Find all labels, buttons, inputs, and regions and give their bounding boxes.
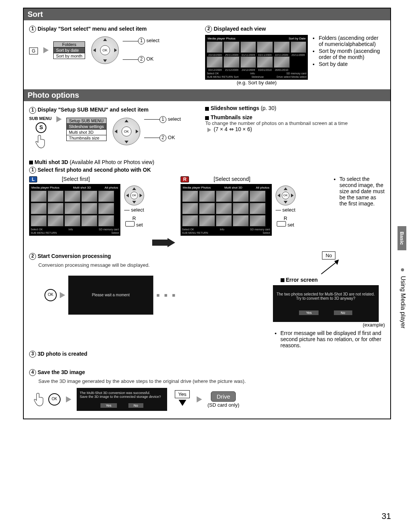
ok-button[interactable]: OK [48, 393, 61, 406]
multi-step2: 2Start Conversion processing [29, 253, 268, 260]
sub-menu-label: SUB MENU [29, 116, 52, 121]
sort-step2: 2Displayed each view [205, 26, 383, 33]
submenu-title: Setup SUB MENU [66, 118, 107, 124]
sort-example-label: (e.g. Sort by date) [205, 80, 308, 85]
slideshow-heading: Slideshow settings (p. 30) [205, 105, 383, 111]
thumb-spec: (7 × 4 ⇔ 10 × 6) [205, 126, 383, 132]
g-button[interactable]: G [29, 48, 38, 54]
svg-marker-2 [334, 259, 339, 265]
select-first-label: [Select first] [62, 176, 90, 182]
svg-marker-0 [152, 238, 175, 247]
multi-step4: 4Save the 3D image [29, 369, 385, 376]
save-yes[interactable]: Yes [100, 403, 117, 408]
no-box: No [322, 251, 335, 259]
l-badge: L [29, 176, 37, 182]
arrow-icon [60, 292, 65, 298]
multishot-heading: Multi shot 3D (Available All Photo or Ph… [29, 159, 385, 165]
submenu-multishot[interactable]: Multi shot 3D [66, 130, 107, 135]
setup-submenu: Setup SUB MENU Slideshow settings Multi … [66, 118, 107, 141]
step2-desc: Conversion processing message will be di… [38, 262, 268, 268]
ok-button[interactable]: OK [100, 45, 110, 55]
submenu-slideshow[interactable]: Slideshow settings [66, 124, 107, 130]
ok-button[interactable]: OK [122, 126, 131, 136]
side-dot-icon [401, 268, 404, 271]
thumb-heading: Thumbnails size [205, 114, 383, 120]
hand-icon [34, 133, 48, 150]
photo-header: Photo options [24, 89, 390, 101]
ok-button[interactable]: OK [282, 192, 289, 199]
set-button[interactable] [125, 221, 135, 227]
thumbnail-grid-sort: Media player PhotosSort by Date 23/10/20… [205, 35, 308, 80]
select-label: select [283, 207, 296, 213]
thumb-grid-second[interactable]: Media player PhotosMulti shot 3DAll phot… [181, 184, 272, 236]
thumb-desc: To change the number of photos on a thum… [205, 120, 383, 126]
svg-line-1 [321, 263, 336, 274]
error-desc: Error message will be displayed If first… [275, 330, 385, 348]
arrow-icon [152, 238, 175, 247]
drive-note: (SD card only) [207, 402, 239, 408]
dpad-icon[interactable]: OK [91, 36, 119, 64]
sort-step1: 1Display "Sort select" menu and select i… [29, 26, 200, 33]
sort-menu-date[interactable]: Sort by date [53, 48, 85, 53]
s-button[interactable]: S [36, 122, 46, 133]
error-yes[interactable]: Yes [299, 310, 319, 315]
select-label: select [146, 38, 159, 44]
select-second-label: [Select second] [214, 176, 250, 182]
dots-icon: ■ ■ ■ [156, 292, 177, 298]
photo-step1: 1Display "Setup SUB MENU" and select ite… [29, 107, 200, 113]
side-label: Using Media player [399, 276, 406, 328]
save-no[interactable]: No [128, 403, 144, 408]
dpad-icon[interactable]: OK [113, 118, 140, 145]
dpad-icon[interactable]: OK [276, 186, 296, 205]
hand-icon [33, 391, 46, 408]
save-dialog: The Multi-Shot 3D conversion was success… [77, 388, 167, 411]
select-label: select [131, 207, 144, 213]
dpad-icon[interactable]: OK [124, 186, 144, 205]
arrow-icon [66, 396, 71, 402]
set-label: set [136, 222, 143, 228]
example-label: (example) [273, 322, 385, 328]
multi-step1: 1Select first photo and second photo wit… [29, 167, 385, 174]
ok-label: OK [146, 56, 154, 62]
ok-button[interactable]: OK [44, 289, 57, 301]
arrow-diagonal-icon [273, 259, 385, 277]
error-screen: The two photos selected for Multi-Shot 3… [273, 285, 379, 322]
arrow-icon [56, 116, 62, 122]
drive-button[interactable]: Drive [211, 391, 236, 402]
arrow-icon [197, 396, 202, 402]
yes-box: Yes [175, 390, 190, 398]
r-label: R [284, 215, 287, 221]
sort-menu-month[interactable]: Sort by month [53, 53, 85, 59]
wait-screen: Please wait a moment [68, 276, 153, 315]
r-label: R [132, 215, 136, 221]
set-button[interactable] [277, 221, 286, 227]
error-no[interactable]: No [334, 310, 352, 315]
sort-menu-folders[interactable]: Folders [53, 41, 85, 48]
r-badge: R [181, 176, 189, 182]
select-label: select [168, 116, 181, 122]
multi-step3: 33D photo is created [29, 351, 385, 358]
thumb-grid-first[interactable]: Media player PhotosMulti shot 3DAll phot… [29, 184, 120, 236]
page-number: 31 [382, 511, 391, 521]
side-tab-basic: Basic [398, 226, 406, 250]
ok-label: OK [168, 135, 175, 140]
ok-button[interactable]: OK [130, 192, 138, 199]
second-image-note: To select the second image, the size and… [334, 176, 385, 207]
submenu-thumbsize[interactable]: Thumbnails size [66, 135, 107, 141]
set-label: set [288, 222, 294, 228]
sort-menu: Folders Sort by date Sort by month [53, 41, 85, 59]
sort-header: Sort [24, 8, 390, 20]
step4-desc: Save the 3D image generated by the above… [38, 378, 385, 384]
arrow-icon [43, 47, 49, 53]
sort-view-list: Folders (ascending order of numeric/alph… [312, 35, 383, 85]
arrow-down-icon [179, 400, 186, 406]
error-heading: Error screen [281, 277, 385, 283]
